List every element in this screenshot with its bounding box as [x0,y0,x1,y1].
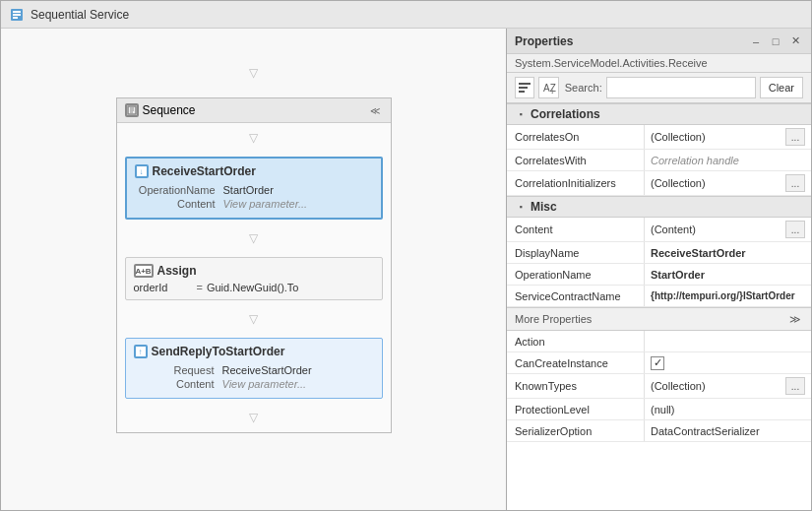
operation-name-value: StartOrder [645,264,811,285]
receive-operation-value: StartOrder [223,184,274,196]
correlations-expand-icon[interactable]: ▪ [515,108,527,120]
known-types-name: KnownTypes [507,374,645,398]
properties-title-controls: – □ ✕ [748,33,803,49]
receive-content-label: Content [135,198,223,210]
correlation-initializers-value: (Collection) ... [645,171,811,195]
assign-equals: = [197,282,203,293]
search-input[interactable] [606,77,756,98]
sort-category-btn[interactable] [515,77,534,98]
send-reply-title: SendReplyToStartOrder [152,345,285,358]
properties-subtitle: System.ServiceModel.Activities.Receive [507,54,811,73]
send-content-row: Content View parameter... [134,378,374,390]
workflow-canvas: Sequence ≪ ↓ ReceiveStartOrder Operat [1,29,506,510]
correlation-initializers-name: CorrelationInitializers [507,171,645,195]
sort-alpha-btn[interactable]: AZ ↓ [538,77,558,98]
properties-minimize-btn[interactable]: □ [768,33,783,49]
action-row: Action [507,331,811,352]
correlates-with-value: Correlation handle [645,150,811,170]
correlates-with-name: CorrelatesWith [507,150,645,170]
sequential-service-icon [9,7,25,23]
assign-block[interactable]: A+B Assign orderId = Guid.NewGuid().To [125,257,383,300]
sequence-container: Sequence ≪ ↓ ReceiveStartOrder Operat [116,97,392,433]
properties-table: ▪ Correlations CorrelatesOn (Collection)… [507,103,811,510]
assign-value: Guid.NewGuid().To [207,282,299,293]
correlation-initializers-row: CorrelationInitializers (Collection) ... [507,171,811,196]
content-ellipsis[interactable]: ... [785,221,805,238]
correlation-initializers-ellipsis[interactable]: ... [785,174,805,192]
assign-title: Assign [157,264,197,278]
action-value [645,331,811,351]
svg-text:↓: ↓ [550,87,554,95]
send-content-value: View parameter... [222,378,307,390]
more-properties-label: More Properties [515,313,592,325]
receive-operation-label: OperationName [135,184,223,196]
correlates-on-name: CorrelatesOn [507,125,645,149]
svg-rect-9 [519,87,528,89]
service-contract-name: ServiceContractName [507,286,645,306]
operation-name-label: OperationName [507,264,645,285]
receive-content-value: View parameter... [223,198,308,210]
content-name: Content [507,218,645,241]
misc-section-label: Misc [531,200,557,214]
svg-rect-2 [13,14,21,16]
svg-rect-10 [519,91,525,93]
misc-section-header: ▪ Misc [507,196,811,218]
receive-icon: ↓ [135,164,149,178]
receive-operation-row: OperationName StartOrder [135,184,373,196]
main-title: Sequential Service [31,8,129,22]
service-contract-value: {http://tempuri.org/}IStartOrder [645,286,811,306]
sequence-collapse-btn[interactable]: ≪ [367,102,383,118]
svg-rect-1 [13,11,21,13]
action-name: Action [507,331,645,351]
send-icon: ↑ [134,345,148,358]
correlates-with-row: CorrelatesWith Correlation handle [507,150,811,171]
known-types-ellipsis[interactable]: ... [785,377,805,395]
can-create-instance-row: CanCreateInstance ✓ [507,352,811,374]
seq-bottom-arrow [117,403,391,432]
content-value: (Content) ... [645,218,811,241]
seq-top-arrow [117,123,391,153]
correlates-on-value: (Collection) ... [645,125,811,149]
can-create-instance-checkbox[interactable]: ✓ [651,356,664,370]
misc-expand-icon[interactable]: ▪ [515,201,527,213]
seq-mid-arrow1 [117,224,391,253]
display-name-row: DisplayName ReceiveStartOrder [507,242,811,264]
receive-content-row: Content View parameter... [135,198,373,210]
more-properties-collapse-btn[interactable]: ≫ [787,311,803,327]
properties-title: Properties [515,34,573,48]
seq-mid-arrow2 [117,304,391,334]
send-content-label: Content [134,378,222,390]
send-request-row: Request ReceiveStartOrder [134,364,374,376]
correlates-on-row: CorrelatesOn (Collection) ... [507,125,811,150]
correlates-on-ellipsis[interactable]: ... [785,128,805,146]
svg-rect-8 [519,83,531,85]
correlations-section-label: Correlations [531,107,600,121]
assign-variable: orderId [134,282,193,293]
operation-name-row: OperationName StartOrder [507,264,811,286]
receive-block[interactable]: ↓ ReceiveStartOrder OperationName StartO… [125,157,383,220]
serializer-option-value: DataContractSerializer [645,420,811,441]
correlations-section-header: ▪ Correlations [507,103,811,125]
protection-level-name: ProtectionLevel [507,399,645,419]
display-name-label: DisplayName [507,242,645,263]
send-reply-block[interactable]: ↑ SendReplyToStartOrder Request ReceiveS… [125,338,383,399]
sequence-header: Sequence ≪ [117,98,391,123]
receive-block-title: ReceiveStartOrder [153,164,256,178]
properties-panel: Properties – □ ✕ System.ServiceModel.Act… [506,29,811,510]
more-properties-section: More Properties ≫ [507,307,811,331]
properties-pin-btn[interactable]: – [748,33,764,49]
clear-button[interactable]: Clear [760,77,803,98]
content-row: Content (Content) ... [507,218,811,242]
protection-level-row: ProtectionLevel (null) [507,399,811,420]
known-types-value: (Collection) ... [645,374,811,398]
properties-toolbar: AZ ↓ Search: Clear [507,73,811,103]
service-contract-row: ServiceContractName {http://tempuri.org/… [507,286,811,307]
serializer-option-name: SerializerOption [507,420,645,441]
properties-close-btn[interactable]: ✕ [787,33,803,49]
search-label: Search: [565,82,602,94]
properties-title-bar: Properties – □ ✕ [507,29,811,54]
svg-rect-3 [13,17,18,19]
serializer-option-row: SerializerOption DataContractSerializer [507,420,811,442]
can-create-instance-name: CanCreateInstance [507,352,645,373]
can-create-instance-value: ✓ [645,352,811,373]
